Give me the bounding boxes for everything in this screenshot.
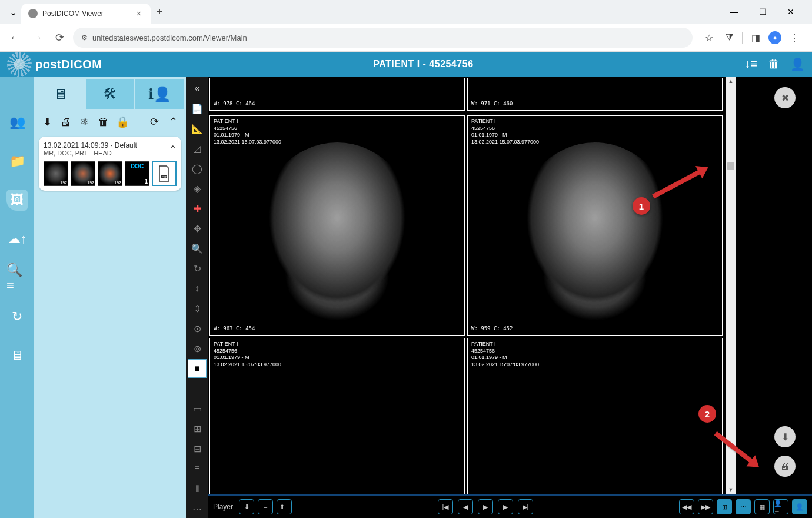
viewport-cell[interactable]: PATIENT I 45254756 01.01.1979 - M 13.02.… — [209, 338, 465, 518]
back-button[interactable]: ← — [6, 29, 24, 47]
minimize-button[interactable]: — — [723, 3, 746, 21]
series-thumb-prt[interactable]: PRT — [152, 161, 177, 186]
reload-button[interactable]: ⟳ — [51, 29, 68, 47]
chevron-up-icon[interactable]: ⌃ — [169, 144, 177, 155]
crosshair-icon[interactable]: ✚ — [188, 199, 207, 218]
monitors-icon[interactable]: 🖥 — [6, 345, 28, 366]
viewport-cell[interactable]: PATIENT I 45254756 01.01.1979 - M 13.02.… — [467, 338, 723, 518]
speed-reset-button[interactable]: – — [258, 499, 273, 514]
profile-avatar-icon[interactable]: ● — [768, 31, 781, 44]
angle-icon[interactable]: ◿ — [188, 139, 207, 158]
extensions-icon[interactable]: ⧩ — [722, 31, 736, 45]
tab-title: PostDICOM Viewer — [42, 9, 134, 18]
sync-icon[interactable]: ↻ — [6, 306, 28, 327]
ellipse-icon[interactable]: ◯ — [188, 159, 207, 178]
flip-h-icon[interactable]: ⇕ — [188, 299, 207, 318]
series-thumb-3[interactable]: 192 — [98, 161, 122, 186]
study-header[interactable]: 13.02.2021 14:09:39 - Default MR, DOC, P… — [44, 141, 177, 157]
url-input[interactable]: ⚙ unitedstateswest.postdicom.com/Viewer/… — [73, 28, 693, 48]
series-thumb-1[interactable]: 192 — [44, 161, 68, 186]
viewport-area[interactable]: W: 978 C: 464 W: 971 C: 460 PATIENT I 45… — [208, 77, 726, 518]
tab-tools[interactable]: 🛠 — [86, 79, 134, 109]
collapse-icon[interactable]: ⌃ — [167, 115, 179, 128]
layout-cols-icon[interactable]: ⦀ — [188, 479, 207, 498]
more-icon[interactable]: ⋯ — [188, 499, 207, 518]
close-icon[interactable]: × — [134, 9, 144, 18]
series-thumb-2[interactable]: 192 — [71, 161, 95, 186]
thumb-count: 192 — [114, 181, 121, 185]
layout-3x3-icon[interactable]: ⊟ — [188, 439, 207, 458]
atom-icon[interactable]: ⚛ — [79, 115, 91, 128]
tab-info[interactable]: ℹ👤 — [135, 79, 184, 109]
viewport-cell[interactable]: PATIENT I 45254756 01.01.1979 - M 13.02.… — [209, 115, 465, 336]
reset-icon[interactable]: ⟳ — [148, 115, 160, 128]
collapse-panel-icon[interactable]: « — [188, 79, 207, 98]
rotate-icon[interactable]: ↻ — [188, 259, 207, 278]
layout-2col-icon[interactable] — [188, 379, 207, 398]
series-panel: 🖥 🛠 ℹ👤 ⬇ 🖨 ⚛ 🗑 🔒 ⟳ ⌃ 13.02.2021 14:09:39… — [34, 77, 186, 518]
target-icon[interactable]: ⊙ — [188, 319, 207, 338]
browser-tab[interactable]: PostDICOM Viewer × — [21, 4, 151, 24]
patients-icon[interactable]: 👥 — [6, 112, 28, 133]
assign-user-button[interactable]: 👤 — [792, 499, 807, 514]
wl-readout: W: 978 C: 464 — [214, 101, 255, 108]
forward-button[interactable]: → — [28, 29, 46, 47]
images-icon[interactable]: 🖼 — [6, 190, 28, 211]
site-settings-icon[interactable]: ⚙ — [81, 34, 88, 42]
search-list-icon[interactable]: 🔍≡ — [6, 267, 28, 288]
share-user-button[interactable]: 👤← — [773, 499, 788, 514]
lock-icon[interactable]: 🔒 — [117, 115, 128, 128]
image-meta: PATIENT I 45254756 01.01.1979 - M 13.02.… — [214, 341, 281, 368]
flip-v-icon[interactable]: ↕ — [188, 279, 207, 298]
series-thumb-doc[interactable]: DOC1 — [125, 161, 149, 186]
cine-prev-button[interactable]: ◀◀ — [679, 499, 694, 514]
layout-button[interactable]: ▦ — [754, 499, 770, 514]
layout-rows-icon[interactable]: ≡ — [188, 459, 207, 478]
layout-rect-icon[interactable]: ▭ — [188, 399, 207, 418]
close-button[interactable]: ✕ — [779, 3, 803, 21]
print-icon[interactable]: 🖨 — [60, 116, 72, 128]
move-icon[interactable]: ✥ — [188, 219, 207, 238]
layout-2x2-icon[interactable]: ⊞ — [188, 419, 207, 438]
layout-1x1-icon[interactable]: ■ — [188, 359, 207, 378]
viewport-cell[interactable]: W: 971 C: 460 — [467, 78, 723, 111]
user-icon[interactable]: 👤 — [790, 57, 805, 71]
viewport-cell[interactable]: PATIENT I 45254756 01.01.1979 - M 13.02.… — [467, 115, 723, 336]
download-fab[interactable]: ⬇ — [774, 426, 796, 447]
folders-icon[interactable]: 📁 — [6, 151, 28, 172]
probe-icon[interactable]: ⊚ — [188, 339, 207, 358]
download-icon[interactable]: ⬇ — [41, 115, 53, 128]
scroll-thumb[interactable] — [727, 162, 734, 170]
next-frame-button[interactable]: ▶ — [498, 499, 513, 514]
more-button[interactable]: ⋯ — [736, 499, 751, 514]
new-tab-button[interactable]: + — [151, 6, 169, 18]
maximize-button[interactable]: ☐ — [751, 3, 774, 21]
erase-icon[interactable]: ◈ — [188, 179, 207, 198]
tab-display[interactable]: 🖥 — [36, 79, 85, 109]
ruler-icon[interactable]: 📐 — [188, 119, 207, 138]
viewport-cell[interactable]: W: 978 C: 464 — [209, 78, 465, 111]
scroll-down-icon[interactable]: ▼ — [726, 485, 736, 494]
sort-icon[interactable]: ↓≡ — [744, 57, 757, 71]
upload-icon[interactable]: ☁↑ — [6, 228, 28, 250]
speed-up-button[interactable]: ⬆+ — [277, 499, 292, 514]
trash-icon[interactable]: 🗑 — [768, 57, 780, 71]
speed-down-button[interactable]: ⬇ — [239, 499, 254, 514]
cine-next-button[interactable]: ▶▶ — [698, 499, 713, 514]
vertical-scrollbar[interactable]: ▲ ▼ — [726, 77, 736, 518]
tab-dropdown[interactable]: ⌄ — [5, 4, 21, 20]
grid-button[interactable]: ⊞ — [717, 499, 732, 514]
zoom-icon[interactable]: 🔍 — [188, 239, 207, 258]
first-frame-button[interactable]: |◀ — [438, 499, 453, 514]
menu-icon[interactable]: ⋮ — [787, 31, 801, 45]
prev-frame-button[interactable]: ◀ — [458, 499, 473, 514]
scroll-up-icon[interactable]: ▲ — [726, 77, 736, 86]
panel-icon[interactable]: ◨ — [748, 31, 763, 45]
delete-icon[interactable]: 🗑 — [98, 116, 109, 128]
annotations-icon[interactable]: 📄 — [188, 99, 207, 118]
last-frame-button[interactable]: ▶| — [518, 499, 533, 514]
close-overlay-button[interactable]: ✖ — [774, 87, 796, 108]
play-button[interactable]: ▶ — [478, 499, 493, 514]
print-fab[interactable]: 🖨 — [774, 456, 796, 477]
bookmark-icon[interactable]: ☆ — [702, 31, 716, 45]
